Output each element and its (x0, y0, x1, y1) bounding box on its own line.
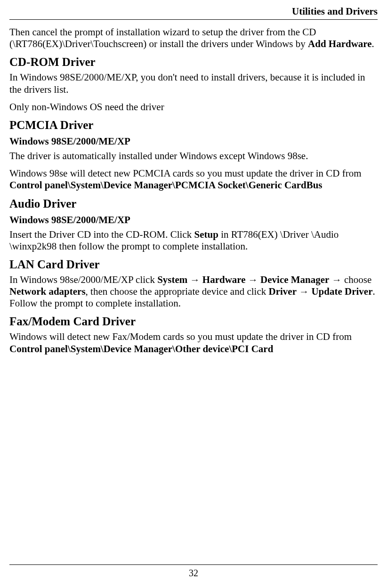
pcmcia-p2: Windows 98se will detect new PCMCIA card… (9, 168, 378, 191)
lan-network-adapters: Network adapters (9, 286, 86, 297)
lan-device-manager: Device Manager (260, 274, 329, 285)
cdrom-p1: In Windows 98SE/2000/ME/XP, you don't ne… (9, 72, 378, 95)
pcmcia-p2-text: Windows 98se will detect new PCMCIA card… (9, 168, 361, 179)
intro-bold: Add Hardware (308, 38, 372, 49)
header-title: Utilities and Drivers (292, 6, 378, 17)
lan-p1-a: In Windows 98se/2000/ME/XP click (9, 274, 157, 285)
fax-p1-b: Control panel\System\Device Manager\Othe… (9, 343, 273, 354)
page-number: 32 (189, 568, 198, 578)
intro-text: Then cancel the prompt of installation w… (9, 26, 316, 49)
fax-p1: Windows will detect new Fax/Modem cards … (9, 331, 378, 354)
intro-text-end: . (372, 38, 374, 49)
lan-p1-e: choose (344, 274, 371, 285)
pcmcia-subheading: Windows 98SE/2000/ME/XP (9, 136, 378, 147)
lan-arrow4: → (297, 286, 312, 297)
page-content: Then cancel the prompt of installation w… (9, 24, 378, 555)
lan-p1: In Windows 98se/2000/ME/XP click System … (9, 274, 378, 310)
audio-p1: Insert the Driver CD into the CD-ROM. Cl… (9, 229, 378, 252)
fax-heading: Fax/Modem Card Driver (9, 315, 378, 328)
document-page: Utilities and Drivers Then cancel the pr… (0, 0, 387, 588)
lan-arrow2: → (246, 274, 261, 285)
cdrom-p2: Only non-Windows OS need the driver (9, 101, 378, 113)
audio-subheading: Windows 98SE/2000/ME/XP (9, 214, 378, 226)
lan-system: System (157, 274, 187, 285)
fax-p1-a: Windows will detect new Fax/Modem cards … (9, 331, 352, 342)
page-header: Utilities and Drivers (9, 6, 378, 20)
lan-driver: Driver (268, 286, 296, 297)
lan-hardware: Hardware (202, 274, 246, 285)
pcmcia-p2-bold: Control panel\System\Device Manager\PCMC… (9, 179, 322, 191)
cdrom-heading: CD-ROM Driver (9, 56, 378, 69)
lan-update-driver: Update Driver (311, 286, 372, 297)
intro-paragraph: Then cancel the prompt of installation w… (9, 26, 378, 50)
pcmcia-heading: PCMCIA Driver (9, 119, 378, 132)
audio-p1-b: Setup (194, 229, 218, 240)
lan-arrow3: → (329, 274, 344, 285)
audio-heading: Audio Driver (9, 197, 378, 210)
lan-arrow1: → (187, 274, 202, 285)
audio-p1-a: Insert the Driver CD into the CD-ROM. Cl… (9, 229, 194, 240)
lan-p1-g: , then choose the appropriate device and… (86, 286, 269, 297)
page-footer: 32 (9, 564, 378, 579)
pcmcia-p1: The driver is automatically installed un… (9, 150, 378, 162)
lan-heading: LAN Card Driver (9, 258, 378, 271)
